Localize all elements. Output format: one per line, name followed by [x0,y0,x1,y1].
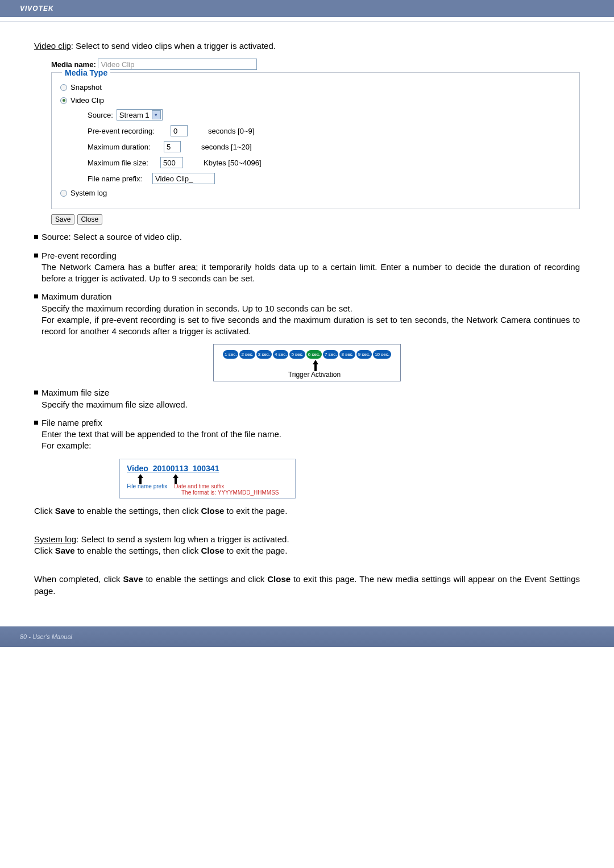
pre-event-row: Pre-event recording: seconds [0~9] [88,125,571,136]
prefix-row: File name prefix: [88,173,571,184]
txt: When completed, click [34,574,123,584]
prefix-input[interactable] [152,173,215,184]
prefix-caption-2: Date and time suffix [174,483,224,489]
txt: to enable the settings and click [143,574,268,584]
close-button[interactable]: Close [77,214,103,225]
lozenge: 8 sec. [339,350,355,359]
save-bold: Save [55,506,75,516]
max-duration-label: Maximum duration: [88,143,160,151]
header-bar: VIVOTEK [0,0,614,17]
pre-event-input[interactable] [171,125,188,136]
max-duration-hint: seconds [1~20] [201,143,252,151]
pre-event-label: Pre-event recording: [88,127,167,135]
radio-checked-icon [60,97,67,104]
save-bold: Save [123,574,143,584]
system-log-intro: System log: Select to send a system log … [34,534,580,545]
lozenge: 4 sec. [273,350,288,359]
maxduration-body2: For example, if pre-event recording is s… [42,314,580,338]
video-clip-heading: Video clip [34,41,71,51]
form-buttons: Save Close [51,214,580,225]
txt: to enable the settings, then click [75,546,201,555]
source-row: Source: Stream 1 ▾ [88,109,571,121]
lozenge: 2 sec. [239,350,255,359]
prefix-caption-row: File name prefix Date and time suffix [127,483,291,489]
bullet-icon [34,235,38,239]
lozenge: 7 sec. [323,350,338,359]
timeline-diagram: 1 sec. 2 sec. 3 sec. 4 sec. 5 sec. 6 sec… [213,344,401,381]
snapshot-label: Snapshot [70,83,102,92]
bullet-prefix: File name prefix Enter the text that wil… [34,417,580,452]
for-example: For example: [42,440,580,451]
max-filesize-label: Maximum file size: [88,159,157,167]
lozenges-row: 1 sec. 2 sec. 3 sec. 4 sec. 5 sec. 6 sec… [219,350,395,359]
source-label: Source: [88,111,113,119]
save-close-line-1: Click Save to enable the settings, then … [34,505,580,517]
radio-icon [60,190,67,197]
save-button[interactable]: Save [51,214,74,225]
video-clip-intro: Video clip: Select to send video clips w… [34,40,580,52]
media-type-fieldset: Media Type Snapshot Video Clip Source: S… [51,72,580,209]
preevent-body: The Network Camera has a buffer area; it… [42,261,580,285]
brand-label: VIVOTEK [20,5,54,13]
close-bold: Close [267,574,291,584]
prefix-example-title: Video_20100113_100341 [127,464,291,473]
video-clip-label: Video Clip [70,96,104,105]
maxfilesize-title: Maximum file size [42,387,109,398]
completed-line: When completed, click Save to enable the… [34,574,580,597]
preevent-title: Pre-event recording [42,250,117,261]
lozenge: 1 sec. [223,350,238,359]
media-type-legend: Media Type [62,68,110,77]
max-filesize-input[interactable] [160,157,183,168]
prefix-label: File name prefix: [88,175,149,183]
page-content: Video clip: Select to send video clips w… [0,22,614,615]
system-log-option[interactable]: System log [60,189,571,197]
media-name-label: Media name: [51,60,96,69]
prefix-body: Enter the text that will be appended to … [42,429,580,440]
snapshot-option[interactable]: Snapshot [60,83,571,92]
max-duration-input[interactable] [164,141,181,152]
prefix-title: File name prefix [42,417,102,429]
maxduration-body1: Specify the maximum recording duration i… [42,303,580,314]
txt: to exit the page. [224,546,287,555]
lozenge: 10 sec. [373,350,391,359]
prefix-format-note: The format is: YYYYMMDD_HHMMSS [181,489,291,496]
media-name-row: Media name: [51,59,580,70]
lozenge: 9 sec. [356,350,372,359]
radio-icon [60,84,67,91]
bullet-icon [34,391,38,394]
source-value: Stream 1 [119,111,150,119]
bullet-icon [34,421,38,425]
system-log-label: System log [70,189,107,197]
chevron-down-icon: ▾ [152,110,161,119]
max-duration-row: Maximum duration: seconds [1~20] [88,141,571,152]
source-select[interactable]: Stream 1 ▾ [117,109,163,121]
txt: to exit the page. [224,506,287,516]
footer-bar: 80 - User's Manual [0,626,614,647]
max-filesize-row: Maximum file size: Kbytes [50~4096] [88,157,571,168]
maxfilesize-body: Specify the maximum file size allowed. [42,399,580,410]
lozenge: 3 sec. [256,350,272,359]
save-close-line-2: Click Save to enable the settings, then … [34,545,580,556]
lozenge: 5 sec. [289,350,305,359]
bullet-maxfilesize: Maximum file size Specify the maximum fi… [34,387,580,410]
close-bold: Close [201,506,225,516]
txt: Click [34,546,55,555]
lozenge-active: 6 sec. [306,350,322,359]
video-clip-option[interactable]: Video Clip [60,96,571,105]
bullet-icon [34,294,38,298]
maxduration-title: Maximum duration [42,291,111,302]
system-log-heading: System log [34,534,76,544]
close-bold: Close [201,546,225,555]
system-log-desc: : Select to send a system log when a tri… [76,534,289,544]
bullet-preevent: Pre-event recording The Network Camera h… [34,250,580,285]
save-bold: Save [55,546,75,555]
prefix-example-box: Video_20100113_100341 File name prefix D… [119,459,296,499]
max-filesize-hint: Kbytes [50~4096] [204,159,262,167]
media-name-input[interactable] [98,59,257,70]
bullet-source: Source: Select a source of video clip. [34,231,580,243]
bullet-icon [34,254,38,258]
video-clip-subfields: Source: Stream 1 ▾ Pre-event recording: … [77,109,571,184]
txt: Click [34,506,55,516]
bullet-maxduration: Maximum duration Specify the maximum rec… [34,291,580,337]
txt: to enable the settings, then click [75,506,201,516]
